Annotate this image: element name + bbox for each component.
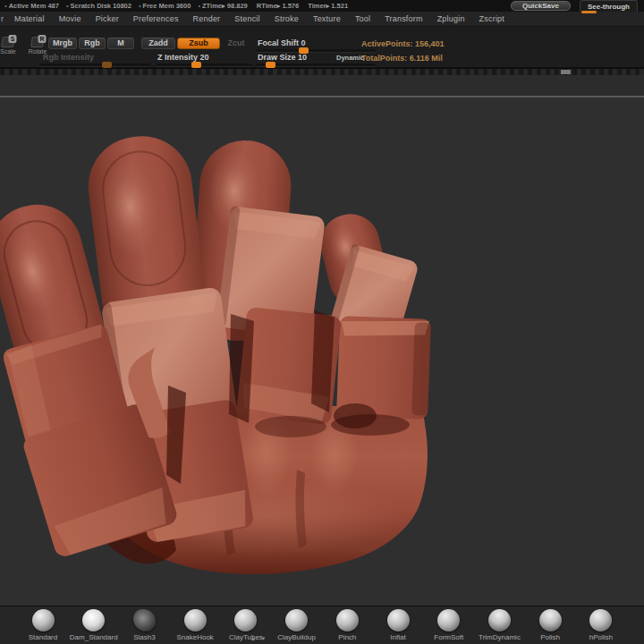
status-segments: • Active Mem 487 • Scratch Disk 10802 • … xyxy=(4,2,348,10)
menu-item[interactable]: Zplugin xyxy=(430,14,472,23)
brush-label: hPolish xyxy=(589,633,613,641)
dynamic-toggle[interactable]: Dynamic xyxy=(336,54,364,62)
brush-label: Inflat xyxy=(390,633,405,641)
menu-item[interactable]: Material xyxy=(7,14,52,23)
status-segment: • ZTime▸ 98.829 xyxy=(198,2,247,10)
rgb-intensity-slider-handle[interactable] xyxy=(102,62,112,68)
brush-item[interactable]: Slash3 xyxy=(119,606,169,644)
brush-label: TrimDynamic xyxy=(479,633,521,641)
menu-bar: r Material Movie Picker Preferences Rend… xyxy=(0,12,644,27)
shelf-divider-strip xyxy=(0,68,644,75)
status-text: ZTime▸ 98.829 xyxy=(202,2,248,10)
brush-label: Polish xyxy=(540,633,560,641)
sculpted-hand-model[interactable] xyxy=(0,97,644,606)
zsub-button[interactable]: Zsub xyxy=(177,38,220,49)
menu-item[interactable]: Picker xyxy=(89,14,126,23)
document-viewport[interactable] xyxy=(0,97,644,606)
scale-icon: S xyxy=(1,37,15,47)
draw-size-slider[interactable] xyxy=(256,64,376,66)
brush-item[interactable]: Dam_Standard xyxy=(69,606,119,644)
rotate-badge: R xyxy=(38,35,46,43)
zcut-button[interactable]: Zcut xyxy=(224,38,249,49)
brush-item[interactable]: FormSoft xyxy=(424,606,474,644)
brush-sphere-icon xyxy=(539,609,562,631)
see-through-button[interactable]: See-through xyxy=(580,0,638,12)
bullet-icon: • xyxy=(139,2,141,10)
rgb-intensity-slider[interactable] xyxy=(39,64,150,66)
status-segment: Timer▸ 1.521 xyxy=(306,2,348,10)
z-intensity-slider-handle[interactable] xyxy=(191,62,201,68)
status-text: Timer▸ 1.521 xyxy=(308,2,348,10)
brush-sphere-icon xyxy=(589,609,612,631)
brush-tray: Standard Dam_Standard Slash3 SnakeHook C… xyxy=(0,606,644,644)
mrgb-button[interactable]: Mrgb xyxy=(48,38,77,49)
status-segment: • Free Mem 3600 xyxy=(139,2,191,10)
brush-item[interactable]: Standard xyxy=(18,606,68,644)
brush-sphere-icon xyxy=(387,609,410,631)
brush-item[interactable]: Inflat xyxy=(373,606,423,644)
brush-item[interactable]: TrimDynamic xyxy=(474,606,524,644)
top-shelf-toolbar: S Scale R Rotate Mrgb Rgb M Zadd Zsub Zc… xyxy=(0,27,644,68)
brush-item[interactable]: Polish xyxy=(525,606,575,644)
total-points-readout: TotalPoints: 6.116 Mil xyxy=(361,54,443,63)
brush-sphere-icon xyxy=(234,609,257,631)
active-points-readout: ActivePoints: 156,401 xyxy=(361,39,445,48)
rotate-icon: R xyxy=(30,37,45,47)
divider-scroll-handle[interactable] xyxy=(561,70,571,74)
brush-label: Dam_Standard xyxy=(70,633,118,641)
brush-sphere-icon xyxy=(285,609,308,631)
brush-label: ClayBuildup xyxy=(277,633,316,641)
draw-size-slider-handle[interactable] xyxy=(266,62,275,68)
tray-scroll-arrows-icon[interactable]: ▲ ▼ xyxy=(250,636,268,644)
menu-item-partial[interactable]: r xyxy=(0,14,7,23)
brush-sphere-icon xyxy=(32,609,55,631)
status-text: RTime▸ 1.576 xyxy=(257,2,299,10)
z-intensity-slider[interactable] xyxy=(156,64,252,66)
menu-item[interactable]: Stencil xyxy=(227,14,267,23)
status-text: Free Mem 3600 xyxy=(143,2,191,10)
status-segment: RTime▸ 1.576 xyxy=(255,2,299,10)
menu-item[interactable]: Stroke xyxy=(267,14,306,23)
menu-item[interactable]: Preferences xyxy=(126,14,186,23)
brush-sphere-icon xyxy=(437,609,460,631)
brush-item[interactable]: hPolish xyxy=(576,606,626,644)
menu-item[interactable]: Zscript xyxy=(472,14,512,23)
menu-item[interactable]: Tool xyxy=(348,14,377,23)
menu-items: Material Movie Picker Preferences Render… xyxy=(7,14,512,23)
menu-item[interactable]: Transform xyxy=(377,14,429,23)
brush-label: FormSoft xyxy=(434,633,463,641)
brush-label: SnakeHook xyxy=(176,633,213,641)
brush-item[interactable]: SnakeHook xyxy=(170,606,220,644)
menu-item[interactable]: Texture xyxy=(306,14,348,23)
bullet-icon: • xyxy=(4,2,7,10)
brush-label: Standard xyxy=(29,633,57,641)
brush-sphere-icon xyxy=(184,609,207,631)
bullet-icon: • xyxy=(198,2,200,10)
status-bar: • Active Mem 487 • Scratch Disk 10802 • … xyxy=(0,0,644,12)
status-segment: • Scratch Disk 10802 xyxy=(66,2,131,10)
brush-label: Slash3 xyxy=(133,633,155,641)
status-segment: • Active Mem 487 xyxy=(4,2,59,10)
brush-sphere-icon xyxy=(82,609,105,631)
brush-sphere-icon xyxy=(488,609,511,631)
zadd-button[interactable]: Zadd xyxy=(141,38,175,49)
menu-item[interactable]: Render xyxy=(186,14,228,23)
see-through-label: See-through xyxy=(588,3,630,11)
see-through-slider-handle[interactable] xyxy=(581,11,597,13)
draw-size-label: Draw Size 10 xyxy=(258,53,307,62)
rgb-button[interactable]: Rgb xyxy=(79,38,106,49)
brush-item[interactable]: Pinch xyxy=(322,606,372,644)
bullet-icon: • xyxy=(66,2,69,10)
menu-item[interactable]: Movie xyxy=(52,14,89,23)
brush-label: Pinch xyxy=(338,633,356,641)
focal-shift-label: Focal Shift 0 xyxy=(258,38,306,47)
status-text: Scratch Disk 10802 xyxy=(71,2,131,10)
focal-shift-slider[interactable] xyxy=(256,49,376,52)
canvas-top-band xyxy=(0,75,644,97)
quicksave-button[interactable]: QuickSave xyxy=(511,1,571,11)
brush-item[interactable]: ClayBuildup xyxy=(272,606,322,644)
m-button[interactable]: M xyxy=(107,38,134,49)
scale-mode-button[interactable]: S Scale xyxy=(0,37,22,55)
brush-sphere-icon xyxy=(336,609,359,631)
status-text: Active Mem 487 xyxy=(9,2,59,10)
